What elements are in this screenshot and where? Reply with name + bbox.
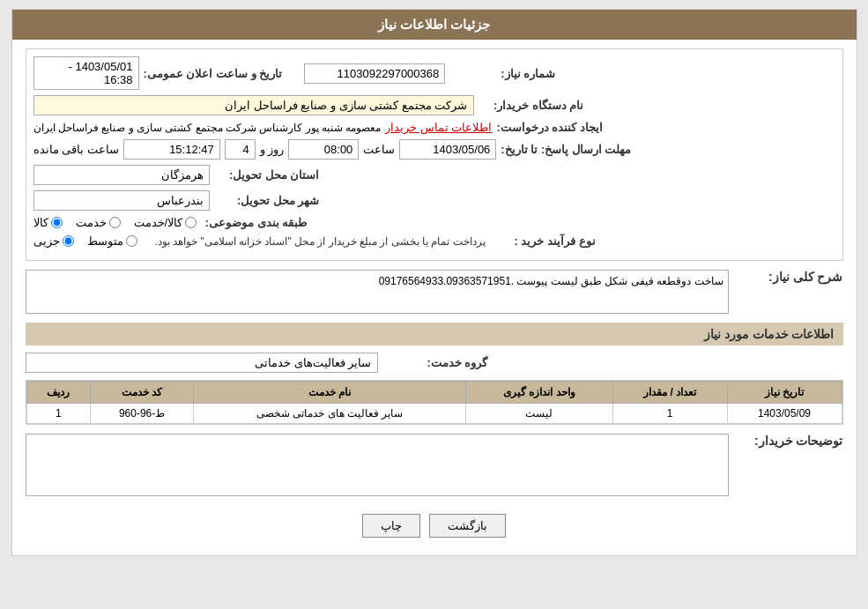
radio-kala-label: کالا: [33, 216, 48, 229]
col-radif: ردیف: [26, 382, 91, 404]
ijad-value: معصومه شنبه پور کارشناس شرکت مجتمع کشتی …: [33, 122, 382, 134]
radio-kala-khedmat[interactable]: [185, 217, 197, 228]
services-section-title: اطلاعات خدمات مورد نیاز: [26, 323, 843, 345]
shomareNiaz-label: شماره نیاز:: [449, 67, 555, 80]
radio-kala-khedmat-label: کالا/خدمت: [134, 216, 183, 229]
row-ostan: استان محل تحویل: هرمزگان: [33, 165, 835, 185]
row-shahr: شهر محل تحویل: بندرعباس: [33, 190, 835, 211]
namDasgah-label: نام دستگاه خریدار:: [479, 99, 584, 112]
cell-tarikh-niaz: 1403/05/09: [727, 404, 842, 424]
col-nam-khedmat: نام خدمت: [194, 382, 466, 404]
shrh-label: شرح کلی نیاز:: [738, 270, 843, 284]
contact-link[interactable]: اطلاعات تماس خریدار: [385, 121, 492, 134]
row-ijad: ایجاد کننده درخواست: اطلاعات تماس خریدار…: [33, 121, 835, 134]
cell-radif: 1: [26, 404, 91, 424]
col-tedad: تعداد / مقدار: [612, 382, 727, 404]
grohe-value: سایر فعالیت‌های خدماتی: [26, 353, 378, 373]
tozihat-textarea[interactable]: [29, 437, 725, 490]
table-row: 1403/05/09 1 لیست سایر فعالیت های خدماتی…: [26, 404, 842, 424]
radio-kala[interactable]: [51, 217, 63, 228]
col-kod-khedmat: کد خدمت: [91, 382, 194, 404]
cell-nam-khedmat: سایر فعالیت های خدماتی شخصی: [194, 404, 466, 424]
cell-kod-khedmat: ط-96-960: [91, 404, 194, 424]
mohlat-remaining-label: ساعت باقی مانده: [33, 143, 119, 156]
form-section-main: شماره نیاز: 1103092297000368 تاریخ و ساع…: [26, 48, 843, 261]
radio-kala-khedmat-item[interactable]: کالا/خدمت: [134, 216, 197, 229]
radio-khedmat[interactable]: [109, 217, 121, 228]
services-table-section: تاریخ نیاز تعداد / مقدار واحد اندازه گیر…: [26, 380, 843, 425]
mohlat-roz-label: روز و: [260, 143, 285, 156]
cell-vahed: لیست: [466, 404, 612, 424]
radio-kala-item[interactable]: کالا: [33, 216, 63, 229]
shahr-label: شهر محل تحویل:: [214, 194, 320, 207]
radio-khedmat-item[interactable]: خدمت: [76, 216, 121, 229]
ijadKonande-label: ایجاد کننده درخواست:: [496, 121, 603, 134]
col-tarikh-niaz: تاریخ نیاز: [727, 382, 842, 404]
row-shomre-tarikh: شماره نیاز: 1103092297000368 تاریخ و ساع…: [33, 56, 835, 90]
main-container: جزئیات اطلاعات نیاز شماره نیاز: 11030922…: [11, 9, 857, 556]
row-tabaqe: طبقه بندی موضوعی: کالا/خدمت خدمت کالا: [33, 216, 835, 229]
radio-motevaset-item[interactable]: متوسط: [87, 234, 137, 248]
mohlat-label: مهلت ارسال پاسخ: تا تاریخ:: [501, 143, 631, 156]
back-button[interactable]: بازگشت: [429, 514, 506, 538]
page-title: جزئیات اطلاعات نیاز: [378, 17, 490, 32]
radio-jozvi-item[interactable]: جزیی: [33, 234, 74, 248]
page-header: جزئیات اطلاعات نیاز: [12, 10, 857, 40]
col-vahed: واحد اندازه گیری: [466, 382, 612, 404]
row-noefarayand: نوع فرآیند خرید : متوسط جزیی پرداخت تمام…: [33, 234, 835, 248]
ostan-label: استان محل تحویل:: [214, 168, 320, 182]
print-button[interactable]: چاپ: [362, 514, 420, 538]
content-area: شماره نیاز: 1103092297000368 تاریخ و ساع…: [12, 40, 857, 555]
tabaqe-label: طبقه بندی موضوعی:: [201, 216, 307, 229]
mohlat-remaining: 15:12:47: [123, 139, 220, 160]
tozihat-value: [26, 434, 729, 496]
farayand-radio-group: متوسط جزیی: [33, 234, 137, 248]
row-mohlat: مهلت ارسال پاسخ: تا تاریخ: 1403/05/06 سا…: [33, 139, 835, 160]
cell-tedad: 1: [612, 404, 727, 424]
shrh-value: ساخت دوقطعه قیفی شکل طبق لیست پیوست .091…: [26, 270, 729, 314]
farayand-desc: پرداخت تمام یا بخشی از مبلغ خریدار از مح…: [155, 235, 486, 248]
mohlat-roz: 4: [225, 139, 256, 160]
mohlat-saat-label: ساعت: [363, 143, 395, 156]
radio-motevaset[interactable]: [126, 235, 137, 247]
tozihat-section: توضیحات خریدار:: [26, 434, 843, 496]
mohlat-saat: 08:00: [288, 139, 359, 160]
shomareNiaz-value: 1103092297000368: [304, 63, 445, 84]
ostan-value: هرمزگان: [33, 165, 210, 185]
tozihat-label: توضیحات خریدار:: [738, 434, 843, 448]
mohlat-date: 1403/05/06: [399, 139, 496, 160]
tarikh-label: تاریخ و ساعت اعلان عمومی:: [144, 67, 283, 80]
tabaqe-radio-group: کالا/خدمت خدمت کالا: [33, 216, 197, 229]
row-namdastgah: نام دستگاه خریدار: شرکت مجتمع کشتی سازی …: [33, 95, 835, 115]
grohe-label: گروه خدمت:: [382, 356, 488, 369]
row-grohe: گروه خدمت: سایر فعالیت‌های خدماتی: [26, 353, 843, 373]
tarikh-value: 1403/05/01 - 16:38: [33, 56, 139, 90]
radio-jozvi[interactable]: [63, 235, 74, 247]
radio-jozvi-label: جزیی: [33, 234, 60, 248]
radio-khedmat-label: خدمت: [76, 216, 107, 229]
noefarayand-label: نوع فرآیند خرید :: [490, 234, 596, 248]
shahr-value: بندرعباس: [33, 190, 210, 211]
shrh-section: شرح کلی نیاز: ساخت دوقطعه قیفی شکل طبق ل…: [26, 270, 843, 314]
services-table: تاریخ نیاز تعداد / مقدار واحد اندازه گیر…: [26, 381, 842, 424]
namDasgah-value: شرکت مجتمع کشتی سازی و صنایع فراساحل ایر…: [33, 95, 474, 115]
radio-motevaset-label: متوسط: [87, 234, 123, 248]
mohlat-fields: 1403/05/06 ساعت 08:00 روز و 4 15:12:47 س…: [33, 139, 497, 160]
bottom-buttons: بازگشت چاپ: [26, 505, 843, 546]
